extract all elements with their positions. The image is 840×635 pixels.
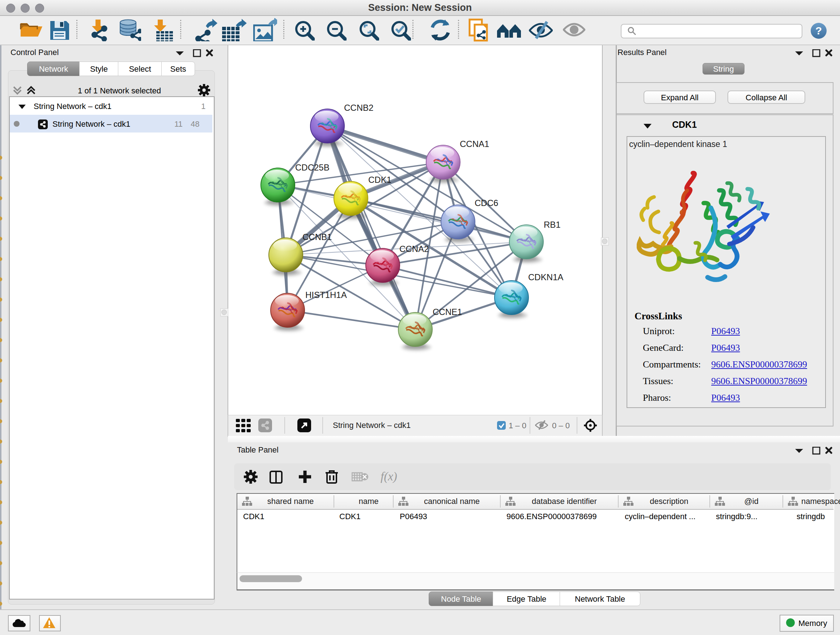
svg-text:CCNB2: CCNB2 bbox=[344, 103, 373, 112]
svg-text:CCNA2: CCNA2 bbox=[399, 244, 429, 254]
svg-text:CDKN1A: CDKN1A bbox=[528, 272, 563, 282]
svg-text:CDK1: CDK1 bbox=[368, 175, 392, 185]
svg-text:CCNB1: CCNB1 bbox=[302, 232, 332, 242]
svg-text:CDC25B: CDC25B bbox=[295, 163, 330, 172]
svg-text:RB1: RB1 bbox=[544, 220, 561, 230]
svg-text:CCNE1: CCNE1 bbox=[433, 307, 462, 317]
svg-text:CDC6: CDC6 bbox=[475, 198, 498, 208]
svg-text:HIST1H1A: HIST1H1A bbox=[305, 290, 347, 300]
svg-text:CCNA1: CCNA1 bbox=[460, 139, 489, 149]
